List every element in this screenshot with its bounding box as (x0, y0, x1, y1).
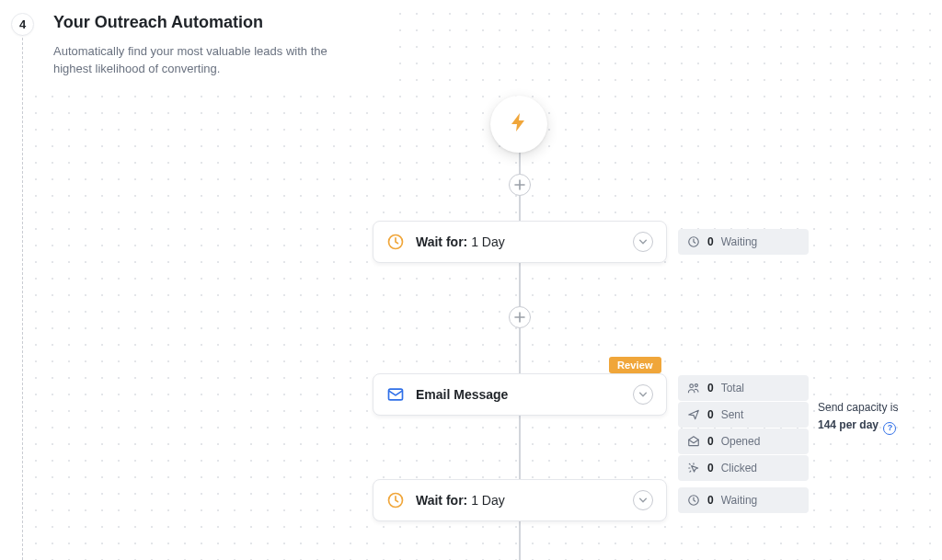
section-header: Your Outreach Automation Automatically f… (53, 13, 914, 78)
stat-clicked: 0 Clicked (678, 455, 809, 481)
connector-line (519, 328, 521, 373)
connector-line (519, 521, 521, 560)
stat-label: Total (721, 382, 744, 394)
stat-count: 0 (707, 435, 714, 448)
stat-total: 0 Total (678, 375, 809, 401)
step-number: 4 (19, 17, 26, 31)
step-number-badge: 4 (11, 13, 34, 36)
add-step-button[interactable] (509, 174, 531, 196)
svg-point-4 (690, 384, 694, 388)
capacity-prefix: Send capacity is (818, 401, 898, 414)
connector-line (519, 263, 521, 306)
send-capacity-note: Send capacity is 144 per day ? (818, 399, 928, 435)
stat-label: Opened (721, 435, 761, 448)
users-icon (687, 382, 700, 394)
stat-count: 0 (707, 235, 714, 248)
email-node[interactable]: Email Message (373, 373, 667, 416)
help-icon[interactable]: ? (883, 422, 896, 435)
cursor-click-icon (687, 462, 700, 474)
wait-node-label: Wait for: 1 Day (416, 493, 622, 508)
clock-icon (386, 491, 405, 509)
stat-label: Waiting (721, 235, 758, 248)
connector-line (519, 153, 521, 174)
stat-sent: 0 Sent (678, 402, 809, 428)
wait-node[interactable]: Wait for: 1 Day (373, 221, 667, 263)
send-icon (687, 408, 700, 421)
svg-point-5 (695, 384, 697, 387)
clock-icon (687, 494, 700, 507)
review-badge: Review (609, 357, 661, 373)
connector-line (519, 196, 521, 221)
bolt-icon (508, 111, 530, 137)
mail-icon (386, 385, 405, 404)
trigger-node[interactable] (490, 96, 547, 153)
add-step-button[interactable] (509, 306, 531, 328)
stat-waiting: 0 Waiting (678, 487, 809, 513)
expand-node-button[interactable] (633, 490, 653, 510)
stat-count: 0 (707, 494, 714, 507)
email-node-label: Email Message (416, 387, 622, 402)
page-title: Your Outreach Automation (53, 13, 914, 32)
expand-node-button[interactable] (633, 232, 653, 252)
stat-label: Waiting (721, 494, 758, 507)
connector-line (519, 416, 521, 479)
page-subtitle: Automatically find your most valuable le… (53, 43, 366, 78)
mail-open-icon (687, 435, 700, 448)
wait-node[interactable]: Wait for: 1 Day (373, 479, 667, 521)
stat-count: 0 (707, 408, 714, 421)
stat-waiting: 0 Waiting (678, 229, 809, 255)
wait-node-label: Wait for: 1 Day (416, 234, 622, 249)
clock-icon (386, 233, 405, 251)
stat-label: Sent (721, 408, 744, 421)
clock-icon (687, 235, 700, 248)
stat-label: Clicked (721, 462, 757, 474)
capacity-value: 144 per day (818, 418, 879, 431)
expand-node-button[interactable] (633, 384, 653, 405)
stat-count: 0 (707, 382, 714, 394)
stat-opened: 0 Opened (678, 429, 809, 454)
stat-count: 0 (707, 462, 714, 474)
